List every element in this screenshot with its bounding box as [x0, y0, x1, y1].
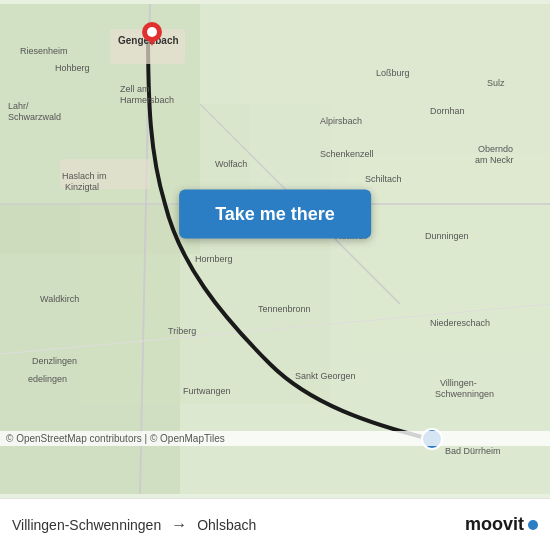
svg-text:Dornhan: Dornhan: [430, 106, 465, 116]
svg-text:Schwarzwald: Schwarzwald: [8, 112, 61, 122]
svg-text:Waldkirch: Waldkirch: [40, 294, 79, 304]
svg-text:Wolfach: Wolfach: [215, 159, 247, 169]
svg-text:Schiltach: Schiltach: [365, 174, 402, 184]
map-svg: Riesenheim Hohberg Gengenbach Lahr/ Schw…: [0, 0, 550, 498]
app-container: Riesenheim Hohberg Gengenbach Lahr/ Schw…: [0, 0, 550, 550]
svg-text:Villingen-: Villingen-: [440, 378, 477, 388]
map-area: Riesenheim Hohberg Gengenbach Lahr/ Schw…: [0, 0, 550, 498]
svg-text:Niedereschach: Niedereschach: [430, 318, 490, 328]
svg-point-46: [147, 27, 157, 37]
svg-text:Haslach im: Haslach im: [62, 171, 107, 181]
svg-text:Loßburg: Loßburg: [376, 68, 410, 78]
svg-text:Furtwangen: Furtwangen: [183, 386, 231, 396]
map-attribution: © OpenStreetMap contributors | © OpenMap…: [0, 431, 550, 446]
svg-text:Sulz: Sulz: [487, 78, 505, 88]
svg-text:Schenkenzell: Schenkenzell: [320, 149, 374, 159]
svg-text:Hornberg: Hornberg: [195, 254, 233, 264]
route-info: Villingen-Schwenningen → Ohlsbach: [12, 516, 256, 534]
route-to: Ohlsbach: [197, 517, 256, 533]
svg-text:Dunningen: Dunningen: [425, 231, 469, 241]
svg-text:Bad Dürrheim: Bad Dürrheim: [445, 446, 501, 456]
svg-text:Harmersbach: Harmersbach: [120, 95, 174, 105]
route-arrow-icon: →: [171, 516, 187, 534]
moovit-brand-text: moovit: [465, 514, 524, 535]
bottom-bar: Villingen-Schwenningen → Ohlsbach moovit: [0, 498, 550, 550]
svg-text:Hohberg: Hohberg: [55, 63, 90, 73]
svg-text:Zell am: Zell am: [120, 84, 150, 94]
take-me-there-button[interactable]: Take me there: [179, 190, 371, 239]
svg-text:Tennenbronn: Tennenbronn: [258, 304, 311, 314]
moovit-logo: moovit: [465, 514, 538, 535]
svg-text:Schwenningen: Schwenningen: [435, 389, 494, 399]
moovit-dot-icon: [528, 520, 538, 530]
svg-text:Sankt Georgen: Sankt Georgen: [295, 371, 356, 381]
svg-text:am Neckr: am Neckr: [475, 155, 514, 165]
svg-text:Alpirsbach: Alpirsbach: [320, 116, 362, 126]
svg-text:Denzlingen: Denzlingen: [32, 356, 77, 366]
svg-text:Lahr/: Lahr/: [8, 101, 29, 111]
route-from: Villingen-Schwenningen: [12, 517, 161, 533]
svg-text:Oberndo: Oberndo: [478, 144, 513, 154]
svg-text:Triberg: Triberg: [168, 326, 196, 336]
svg-text:edelingen: edelingen: [28, 374, 67, 384]
svg-text:Riesenheim: Riesenheim: [20, 46, 68, 56]
svg-text:Kinzigtal: Kinzigtal: [65, 182, 99, 192]
